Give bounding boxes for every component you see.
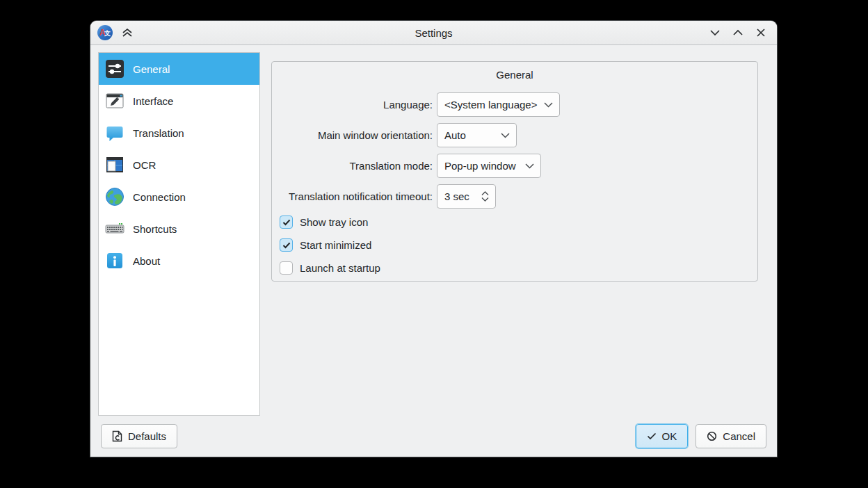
- orientation-row: Main window orientation: Auto: [272, 123, 757, 147]
- translation-mode-value: Pop-up window: [444, 160, 516, 172]
- sidebar-item-label: General: [133, 63, 170, 75]
- language-label: Language:: [272, 99, 437, 111]
- cancel-button[interactable]: Cancel: [696, 424, 766, 448]
- check-icon: [282, 242, 291, 249]
- check-icon: [282, 219, 291, 226]
- keyboard-icon: [104, 218, 125, 239]
- cancel-icon: [707, 431, 717, 441]
- sidebar-item-label: Connection: [133, 191, 186, 203]
- notification-timeout-label: Translation notification timeout:: [272, 190, 437, 202]
- notification-timeout-row: Translation notification timeout: 3 sec: [272, 184, 757, 209]
- spin-up-icon[interactable]: [481, 191, 489, 195]
- sidebar-item-shortcuts[interactable]: Shortcuts: [99, 213, 259, 245]
- launch-at-startup-row[interactable]: Launch at startup: [280, 257, 380, 279]
- launch-at-startup-checkbox[interactable]: [280, 261, 293, 275]
- globe-icon: [104, 186, 125, 207]
- orientation-select[interactable]: Auto: [437, 123, 517, 147]
- titlebar[interactable]: Settings A文: [90, 21, 777, 45]
- defaults-button-label: Defaults: [128, 430, 166, 442]
- general-groupbox: General Language: <System language> Main…: [271, 61, 758, 282]
- close-icon[interactable]: [755, 26, 767, 39]
- sidebar-item-connection[interactable]: Connection: [99, 181, 259, 213]
- sidebar-item-label: Shortcuts: [133, 223, 177, 235]
- screen-page-icon: [104, 154, 125, 175]
- spin-down-icon[interactable]: [481, 197, 489, 202]
- settings-category-list: General Interface Translation: [98, 52, 260, 416]
- orientation-label: Main window orientation:: [272, 129, 437, 141]
- dialog-button-bar: Defaults OK Cancel: [90, 415, 777, 457]
- groupbox-title: General: [272, 62, 757, 81]
- ok-button[interactable]: OK: [636, 424, 689, 448]
- minimize-icon[interactable]: [709, 26, 721, 39]
- notification-timeout-spinbox[interactable]: 3 sec: [437, 184, 496, 209]
- ok-button-label: OK: [662, 430, 677, 442]
- translation-mode-row: Translation mode: Pop-up window: [272, 154, 757, 178]
- sidebar-item-label: Interface: [133, 95, 173, 107]
- language-value: <System language>: [444, 99, 537, 111]
- sidebar-item-label: OCR: [133, 159, 156, 171]
- chevron-down-icon: [544, 102, 553, 108]
- language-select[interactable]: <System language>: [437, 92, 560, 117]
- show-tray-icon-row[interactable]: Show tray icon: [280, 211, 380, 234]
- chevron-down-icon: [501, 133, 510, 138]
- chevron-down-icon: [525, 163, 534, 169]
- sliders-icon: [104, 58, 125, 79]
- settings-window: Settings A文: [90, 21, 777, 457]
- sidebar-item-about[interactable]: About: [99, 245, 259, 277]
- speech-bubble-icon: [104, 122, 125, 143]
- launch-at-startup-label: Launch at startup: [300, 262, 380, 274]
- start-minimized-row[interactable]: Start minimized: [280, 234, 380, 257]
- app-icon: A文: [97, 25, 113, 40]
- translation-mode-label: Translation mode:: [272, 160, 437, 172]
- cancel-button-label: Cancel: [723, 430, 755, 442]
- restore-defaults-icon: [112, 430, 122, 442]
- sidebar-item-ocr[interactable]: OCR: [99, 149, 259, 181]
- maximize-icon[interactable]: [732, 26, 744, 39]
- show-tray-icon-checkbox[interactable]: [280, 215, 293, 229]
- sidebar-item-translation[interactable]: Translation: [99, 117, 259, 149]
- notification-timeout-value: 3 sec: [444, 190, 469, 202]
- sidebar-item-interface[interactable]: Interface: [99, 85, 259, 117]
- shade-icon[interactable]: [121, 26, 134, 39]
- sidebar-item-general[interactable]: General: [99, 53, 259, 85]
- defaults-button[interactable]: Defaults: [101, 424, 177, 448]
- info-icon: [104, 250, 125, 271]
- orientation-value: Auto: [444, 129, 466, 141]
- start-minimized-label: Start minimized: [300, 239, 371, 251]
- sidebar-item-label: About: [133, 255, 160, 267]
- show-tray-icon-label: Show tray icon: [300, 216, 368, 228]
- translation-mode-select[interactable]: Pop-up window: [437, 154, 541, 178]
- sidebar-item-label: Translation: [133, 127, 184, 139]
- check-icon: [647, 432, 657, 440]
- window-title: Settings: [90, 27, 777, 39]
- language-row: Language: <System language>: [272, 92, 757, 117]
- start-minimized-checkbox[interactable]: [280, 238, 293, 252]
- window-pen-icon: [104, 90, 125, 111]
